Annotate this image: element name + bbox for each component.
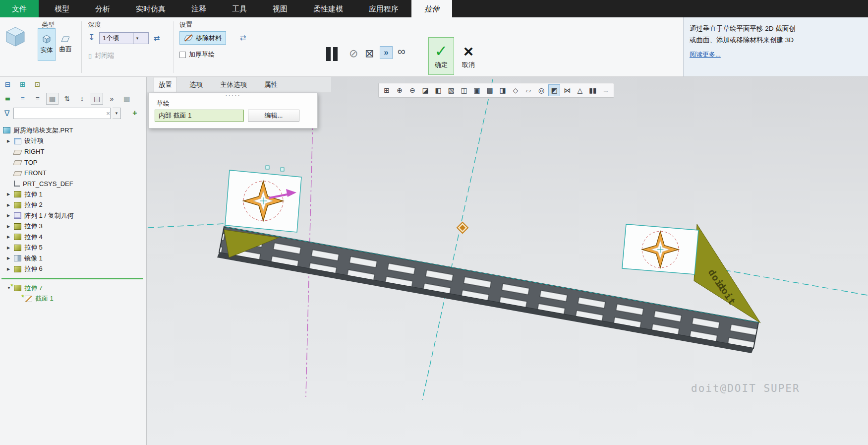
zoom-in-icon[interactable]: ⊕	[394, 84, 405, 96]
read-more-link[interactable]: 阅读更多...	[690, 49, 721, 60]
tree-item[interactable]: ▶ 阵列 1 / 复制几何	[0, 210, 146, 221]
grid-columns-icon[interactable]: ▦	[46, 93, 58, 105]
filter-options-dropdown[interactable]: ▾	[113, 108, 121, 119]
favorites-icon[interactable]: ⊡	[31, 78, 44, 90]
csys-marker[interactable]	[457, 222, 468, 233]
ok-button[interactable]: ✓ 确定	[428, 37, 454, 75]
tree-filter-icon[interactable]: ▤	[91, 93, 103, 105]
display-style-icon[interactable]: ▧	[445, 84, 457, 96]
depth-option-icon[interactable]: ↧	[88, 34, 95, 42]
sketch-view-icon[interactable]: ◩	[548, 84, 560, 96]
menu-tab[interactable]: 工具	[219, 0, 260, 17]
tree-expand-arrow[interactable]: ▶	[7, 192, 14, 196]
sketch-plane-right[interactable]	[622, 224, 698, 274]
insertion-indicator[interactable]	[1, 278, 143, 279]
repaint-icon[interactable]: ◪	[419, 84, 431, 96]
tree-item[interactable]: ▶ 拉伸 5	[0, 243, 146, 254]
tree-item[interactable]: ▶ 拉伸 1	[0, 189, 146, 200]
dashboard-tab[interactable]: 属性	[259, 77, 283, 92]
tree-expand-arrow[interactable]: ▶	[7, 235, 14, 239]
model-tree-icon[interactable]: ⊟	[1, 78, 14, 90]
list-small-icon[interactable]: ≡	[16, 93, 29, 105]
tree-item[interactable]: 截面 1	[0, 294, 146, 305]
warning-icon[interactable]: △	[574, 84, 586, 96]
tree-item[interactable]: FRONT	[0, 168, 146, 179]
tree-expand-arrow[interactable]: ▶	[7, 246, 14, 250]
drag-handle[interactable]	[281, 168, 284, 171]
tree-filter-input[interactable]	[14, 108, 106, 119]
add-filter-button[interactable]: +	[130, 109, 140, 119]
chevron-down-icon[interactable]: ▾	[133, 33, 141, 44]
pause-feature-button[interactable]	[326, 47, 338, 61]
edit-sketch-button[interactable]: 编辑...	[248, 110, 299, 122]
tree-expand-arrow[interactable]: ▶	[7, 203, 14, 207]
tree-item[interactable]: ▶ 镜像 1	[0, 253, 146, 264]
tree-expand-arrow[interactable]: ▶	[7, 256, 14, 260]
tree-item[interactable]: RIGHT	[0, 146, 146, 157]
verify-feature-icon[interactable]: ⊠	[365, 48, 374, 59]
solid-type-button[interactable]: 实体	[38, 28, 56, 61]
tree-expand-arrow[interactable]: ▶	[7, 139, 14, 143]
more-icon[interactable]: »	[106, 93, 118, 105]
tree-item[interactable]: ▶ 拉伸 3	[0, 221, 146, 232]
datum-display-icon[interactable]: ◎	[535, 84, 547, 96]
menu-tab[interactable]: 视图	[260, 0, 300, 17]
menu-tab[interactable]: 应用程序	[356, 0, 411, 17]
flip-material-side-button[interactable]: ⇄	[237, 31, 249, 44]
tree-item[interactable]: PRT_CSYS_DEF	[0, 179, 146, 190]
pause-icon[interactable]: ▮▮	[587, 84, 599, 96]
flip-depth-direction-button[interactable]: ⇄	[151, 32, 163, 45]
sort-icon[interactable]: ⇅	[61, 93, 73, 105]
menu-tab[interactable]: 文件	[0, 0, 39, 17]
tree-item[interactable]: ▶ 拉伸 2	[0, 200, 146, 211]
3d-viewport[interactable]: doit doit	[147, 77, 868, 445]
capture-icon[interactable]: ▣	[471, 84, 483, 96]
layer-tree-icon[interactable]: ≣	[1, 93, 14, 105]
thicken-sketch-option[interactable]: 加厚草绘	[179, 50, 215, 59]
bracket-end-right[interactable]	[694, 224, 760, 323]
sketch-plane-left[interactable]	[225, 166, 301, 232]
menu-tab[interactable]: 注释	[178, 0, 219, 17]
filter-funnel-icon[interactable]: ∇	[2, 109, 11, 118]
view-normal-icon[interactable]: ◨	[497, 84, 509, 96]
shading-icon[interactable]: ◧	[432, 84, 444, 96]
cancel-button[interactable]: × 取消	[456, 37, 481, 75]
swap-columns-icon[interactable]: ↕	[76, 93, 88, 105]
glasses-preview-icon[interactable]: ∞	[398, 46, 405, 57]
depth-value-dropdown[interactable]: 1个项 ▾	[99, 32, 149, 44]
annotations-icon[interactable]: ▱	[522, 84, 534, 96]
tree-item[interactable]: ▶ 设计项	[0, 136, 146, 147]
tree-item[interactable]: ▶ 拉伸 6	[0, 264, 146, 275]
menu-tab[interactable]: 分析	[82, 0, 123, 17]
surface-type-button[interactable]: 曲面	[57, 28, 74, 61]
sketch-collector-field[interactable]: 内部 截面 1	[155, 110, 244, 122]
menu-tab[interactable]: 柔性建模	[300, 0, 356, 17]
copy-tree-icon[interactable]: ⊞	[16, 78, 29, 90]
dashboard-tab[interactable]: 选项	[184, 77, 208, 92]
dashboard-tab[interactable]: 放置	[154, 77, 177, 92]
tree-expand-arrow[interactable]: ▶	[7, 267, 14, 271]
list-large-icon[interactable]: ≡	[31, 93, 44, 105]
panel-drag-handle[interactable]: ·····	[225, 93, 241, 97]
remove-material-button[interactable]: 移除材料	[179, 31, 226, 45]
saved-views-icon[interactable]: ▤	[484, 84, 496, 96]
menu-tab[interactable]: 模型	[42, 0, 82, 17]
tree-expand-arrow[interactable]: ▶	[7, 213, 14, 218]
perspective-icon[interactable]: ◇	[510, 84, 521, 96]
zoom-out-icon[interactable]: ⊖	[406, 84, 418, 96]
menu-tab[interactable]: 拉伸	[411, 0, 452, 17]
thicken-sketch-checkbox[interactable]	[179, 52, 186, 58]
tree-item[interactable]: TOP	[0, 157, 146, 168]
tree-item[interactable]: ▶ 拉伸 4	[0, 232, 146, 243]
dashboard-tab[interactable]: 主体选项	[215, 77, 252, 92]
box-zoom-icon[interactable]: ⊞	[381, 84, 393, 96]
clear-filter-icon[interactable]: ×	[106, 110, 110, 117]
no-preview-icon[interactable]: ⊘	[349, 48, 358, 59]
tree-item[interactable]: ▼ 拉伸 7	[0, 283, 146, 294]
report-icon[interactable]: ▥	[120, 93, 133, 105]
step-icon[interactable]: →	[600, 84, 612, 96]
tree-item[interactable]: 厨房海绵块支架.PRT	[0, 125, 146, 136]
attached-preview-toggle[interactable]: »	[380, 46, 393, 59]
section-view-icon[interactable]: ◫	[458, 84, 470, 96]
tree-expand-arrow[interactable]: ▶	[7, 224, 14, 229]
